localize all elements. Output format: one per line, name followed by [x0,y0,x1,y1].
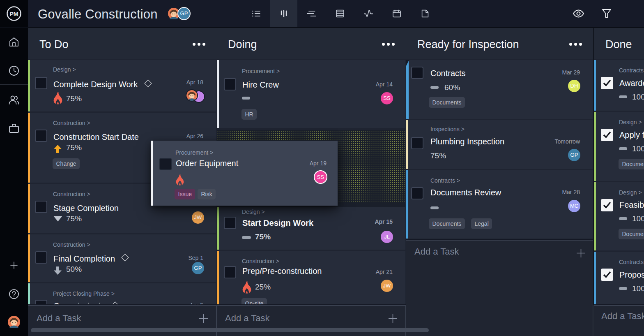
svg-text:PM: PM [9,11,18,17]
